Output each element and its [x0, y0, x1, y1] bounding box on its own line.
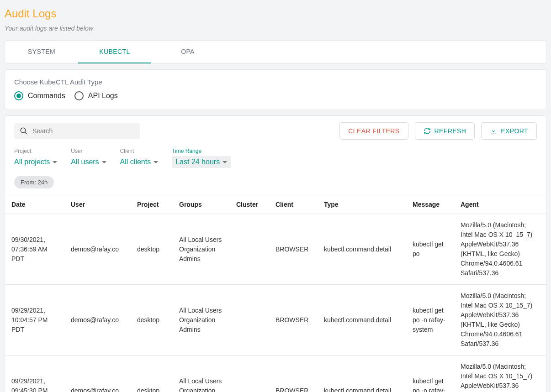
column-header-cluster: Cluster: [230, 195, 269, 214]
cell-cluster: [230, 214, 269, 285]
cell-user: demos@rafay.co: [64, 285, 131, 355]
download-icon: [490, 127, 497, 135]
refresh-icon: [424, 127, 431, 135]
tab-system[interactable]: SYSTEM: [5, 41, 78, 63]
cell-message: kubectl get po -n rafay-system: [406, 285, 454, 355]
clear-filters-label: CLEAR FILTERS: [348, 127, 399, 135]
search-icon: [20, 127, 28, 135]
radio-icon: [74, 91, 84, 100]
filter-dropdown[interactable]: Last 24 hours: [172, 156, 231, 168]
svg-line-1: [25, 132, 27, 134]
cell-client: BROWSER: [269, 285, 318, 355]
cell-agent: Mozilla/5.0 (Macintosh; Intel Mac OS X 1…: [454, 285, 546, 355]
audit-type-card: Choose KubeCTL Audit Type CommandsAPI Lo…: [5, 69, 546, 110]
radio-label: API Logs: [88, 92, 118, 100]
cell-agent: Mozilla/5.0 (Macintosh; Intel Mac OS X 1…: [454, 355, 546, 392]
column-header-type: Type: [318, 195, 406, 214]
cell-client: BROWSER: [269, 214, 318, 285]
filter-label: Project: [14, 148, 57, 154]
page-subtitle: Your audit logs are listed below: [5, 25, 546, 32]
logs-table: DateUserProjectGroupsClusterClientTypeMe…: [5, 195, 546, 392]
filter-value-text: Last 24 hours: [175, 158, 220, 166]
svg-point-0: [21, 128, 26, 133]
chevron-down-icon: [53, 161, 57, 163]
filter-label: Time Range: [172, 148, 231, 154]
filter-user: UserAll users: [71, 148, 106, 168]
table-row: 09/29/2021, 10:04:57 PM PDTdemos@rafay.c…: [5, 285, 546, 355]
cell-message: kubectl get po: [406, 214, 454, 285]
export-button[interactable]: EXPORT: [481, 122, 537, 140]
radio-api-logs[interactable]: API Logs: [74, 91, 118, 100]
tabs-card: SYSTEMKUBECTLOPA: [5, 40, 546, 64]
filter-row: ProjectAll projectsUserAll usersClientAl…: [14, 148, 537, 168]
cell-user: demos@rafay.co: [64, 214, 131, 285]
refresh-label: REFRESH: [434, 127, 466, 135]
search-box[interactable]: [14, 123, 140, 139]
table-row: 09/30/2021, 07:36:59 AM PDTdemos@rafay.c…: [5, 214, 546, 285]
column-header-groups: Groups: [173, 195, 230, 214]
column-header-project: Project: [131, 195, 173, 214]
column-header-user: User: [64, 195, 131, 214]
cell-message: kubectl get po -n rafay-system: [406, 355, 454, 392]
tab-kubectl[interactable]: KUBECTL: [78, 41, 151, 63]
chevron-down-icon: [102, 161, 106, 163]
audit-type-label: Choose KubeCTL Audit Type: [14, 78, 537, 86]
page-title: Audit Logs: [5, 7, 546, 20]
cell-date: 09/30/2021, 07:36:59 AM PDT: [5, 214, 64, 285]
cell-client: BROWSER: [269, 355, 318, 392]
cell-groups: All Local Users Organization Admins: [173, 285, 230, 355]
column-header-agent: Agent: [454, 195, 546, 214]
cell-groups: All Local Users Organization Admins: [173, 214, 230, 285]
cell-project: desktop: [131, 355, 173, 392]
filter-dropdown[interactable]: All clients: [120, 156, 159, 168]
cell-agent: Mozilla/5.0 (Macintosh; Intel Mac OS X 1…: [454, 214, 546, 285]
radio-label: Commands: [28, 92, 65, 100]
cell-groups: All Local Users Organization Admins: [173, 355, 230, 392]
filter-dropdown[interactable]: All projects: [14, 156, 57, 168]
filter-value-text: All clients: [120, 158, 151, 166]
column-header-message: Message: [406, 195, 454, 214]
export-label: EXPORT: [501, 127, 528, 135]
column-header-date: Date: [5, 195, 64, 214]
filter-dropdown[interactable]: All users: [71, 156, 106, 168]
search-input[interactable]: [32, 127, 134, 135]
tab-opa[interactable]: OPA: [151, 41, 224, 63]
cell-type: kubectl.command.detail: [318, 285, 406, 355]
cell-type: kubectl.command.detail: [318, 214, 406, 285]
cell-date: 09/29/2021, 09:45:30 PM PDT: [5, 355, 64, 392]
cell-user: demos@rafay.co: [64, 355, 131, 392]
filter-project: ProjectAll projects: [14, 148, 57, 168]
chevron-down-icon: [154, 161, 158, 163]
cell-project: desktop: [131, 285, 173, 355]
chevron-down-icon: [223, 161, 227, 163]
filter-client: ClientAll clients: [120, 148, 159, 168]
filter-chip[interactable]: From: 24h: [14, 176, 54, 188]
logs-card: CLEAR FILTERS REFRESH EXPORT ProjectAll …: [5, 115, 546, 392]
table-row: 09/29/2021, 09:45:30 PM PDTdemos@rafay.c…: [5, 355, 546, 392]
filter-time-range: Time RangeLast 24 hours: [172, 148, 231, 168]
audit-type-options: CommandsAPI Logs: [14, 91, 537, 100]
filter-value-text: All users: [71, 158, 99, 166]
cell-type: kubectl.command.detail: [318, 355, 406, 392]
clear-filters-button[interactable]: CLEAR FILTERS: [339, 122, 408, 140]
filter-value-text: All projects: [14, 158, 50, 166]
tabs: SYSTEMKUBECTLOPA: [5, 41, 546, 63]
filter-label: Client: [120, 148, 159, 154]
radio-commands[interactable]: Commands: [14, 91, 65, 100]
filter-label: User: [71, 148, 106, 154]
cell-project: desktop: [131, 214, 173, 285]
radio-icon: [14, 91, 23, 100]
column-header-client: Client: [269, 195, 318, 214]
cell-date: 09/29/2021, 10:04:57 PM PDT: [5, 285, 64, 355]
cell-cluster: [230, 355, 269, 392]
refresh-button[interactable]: REFRESH: [415, 122, 475, 140]
cell-cluster: [230, 285, 269, 355]
